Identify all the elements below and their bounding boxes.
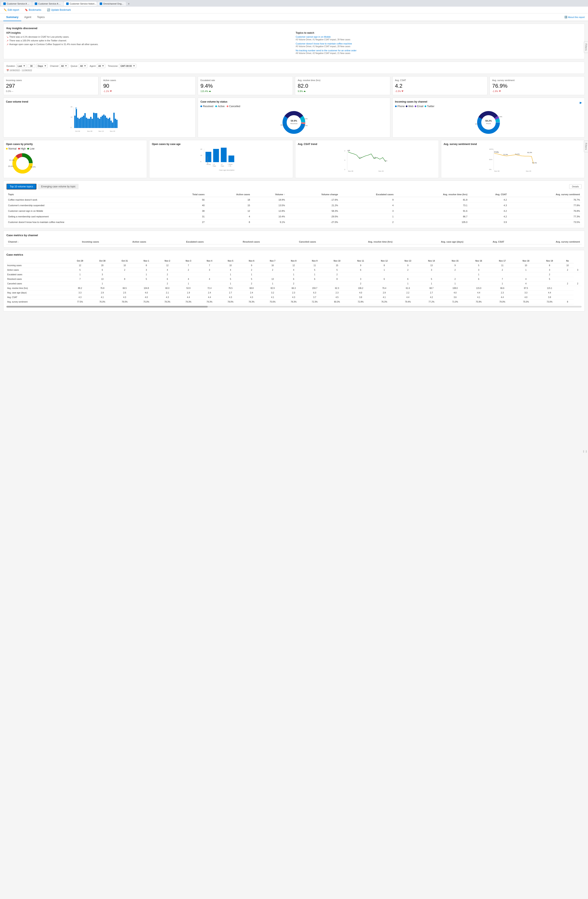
cm-cell-2-4: 2	[157, 272, 178, 277]
cm-cell-0-12: 15	[325, 263, 349, 268]
agent-select[interactable]: All	[97, 64, 105, 68]
topic-link-1[interactable]: Customer cannot sign in on Mobile	[296, 36, 582, 38]
edit-report-button[interactable]: ✏️ Edit report	[3, 8, 20, 12]
topic-link-3[interactable]: No tracking number send to the customer …	[296, 49, 582, 52]
cm-cell-0-15: 9	[396, 263, 420, 268]
details-button[interactable]: Details	[569, 184, 582, 189]
case-metrics-wrapper[interactable]: Oct 29 Oct 30 Oct 31 Nov 1 Nov 2 Nov 3 N…	[6, 259, 582, 304]
cm-cell-7-6: 4.4	[199, 295, 220, 300]
filters-side-btn-top[interactable]: Filters	[584, 42, 588, 53]
duration-unit-select[interactable]: Days	[36, 64, 48, 68]
cm-cell-0-14: 8	[372, 263, 396, 268]
topic-link-2[interactable]: Customer doesn't know how to maintain co…	[296, 42, 582, 45]
svg-rect-14	[90, 117, 91, 128]
cm-cell-0-19: 11	[491, 263, 514, 268]
tab-topics[interactable]: Topics	[34, 14, 48, 21]
cm-cell-1-11: 5	[304, 268, 325, 272]
svg-rect-71	[221, 148, 227, 162]
svg-text:- 1 M...: - 1 M...	[228, 165, 232, 167]
bookmarks-button[interactable]: 🔖 Bookmarks	[23, 8, 42, 12]
col-escalated: Escalated cases	[340, 192, 395, 197]
cm-col-oct30: Oct 30	[91, 259, 114, 263]
new-tab-button[interactable]: +	[127, 1, 131, 6]
browser-tab-1[interactable]: Customer Service A ...	[1, 2, 32, 6]
browser-tab-3[interactable]: Customer Service histori... ✕	[64, 2, 97, 6]
about-report-link[interactable]: ℹ️ About this report	[565, 16, 585, 19]
duration-select[interactable]: Last	[16, 64, 26, 68]
cm-label-6: Avg. case age (days)	[6, 290, 69, 295]
svg-text:100%: 100%	[489, 148, 493, 150]
ch-col-age: Avg. case age (days)	[394, 239, 465, 244]
cm-cell-4-12	[325, 281, 349, 286]
cm-cell-2-19	[491, 272, 514, 277]
cm-cell-1-4: 4	[157, 268, 178, 272]
svg-text:3.6: 3.6	[373, 156, 376, 158]
channel-select[interactable]: All	[60, 64, 68, 68]
kpi-escalated-rate: Escalated rate 9.4% 115.4%	[198, 76, 293, 95]
resolved-dot	[201, 105, 202, 107]
case-metrics-title: Case metrics	[6, 253, 582, 256]
arrow-up-icon-3: ↗	[6, 43, 8, 46]
cm-row-2: Escalated cases13121111212	[6, 272, 582, 277]
case-status-legend: Resolved Active Cancelled	[201, 105, 387, 108]
cm-cell-3-17: 2	[443, 277, 467, 281]
col-volume[interactable]: Volume ↑	[252, 192, 287, 197]
svg-text:Active cases: Active cases	[207, 156, 208, 165]
kpi-label-2: Escalated rate	[201, 79, 290, 82]
emerging-tab[interactable]: Emerging case volume by topic	[38, 184, 79, 189]
legend-cancelled: Cancelled	[227, 105, 240, 108]
duration-number-input[interactable]	[28, 64, 35, 68]
queue-select[interactable]: All	[79, 64, 87, 68]
topic-total-0: 56	[165, 197, 206, 203]
svg-text:81.0%: 81.0%	[527, 151, 532, 153]
cm-cell-8-18: 75.9%	[467, 300, 491, 304]
cm-cell-8-8: 78.3%	[241, 300, 262, 304]
topic-active-1: 15	[206, 203, 252, 208]
cm-cell-1-14: 1	[372, 268, 396, 272]
browser-tab-4[interactable]: Omnichannel Ong...	[97, 2, 126, 6]
filters-side-panel-top: Filters	[584, 42, 588, 53]
svg-rect-23	[103, 114, 105, 128]
cm-cell-1-16: 3	[420, 268, 443, 272]
svg-text:Nov 06: Nov 06	[494, 170, 500, 172]
cm-cell-4-1: 1	[91, 281, 114, 286]
insight-item-1: ↘ There was a 4.1% decrease in CSAT for …	[6, 36, 292, 39]
svg-rect-26	[108, 119, 109, 128]
cm-cell-3-14: 6	[372, 277, 396, 281]
update-bookmark-button[interactable]: 🔄 Update Bookmark	[46, 8, 72, 12]
browser-tab-2[interactable]: Customer Service A ...	[32, 2, 63, 6]
cm-cell-4-21	[538, 281, 561, 286]
avg-survey-trend-chart: Avg. survey sentiment trend 100% 50% 0% …	[441, 140, 585, 178]
cm-cell-6-10: 2.3	[283, 290, 304, 295]
tab-summary[interactable]: Summary	[3, 14, 21, 21]
topic-escalated-2: 3	[340, 208, 395, 214]
cm-cell-3-7: 5	[220, 277, 241, 281]
svg-text:1-3: 1-3	[213, 164, 215, 165]
cm-col-nov10: Nov 10	[325, 259, 349, 263]
channel-label: Channel	[50, 65, 59, 67]
main-content: Key insights discovered KPI insights ↘ T…	[0, 21, 588, 317]
cm-cell-1-1: 6	[91, 268, 114, 272]
metrics-scrollbar[interactable]	[6, 305, 582, 308]
svg-text:0: 0	[71, 127, 71, 128]
timezone-select[interactable]: GMT-08:00	[119, 64, 136, 68]
svg-text:40: 40	[201, 148, 202, 150]
cm-cell-1-12: 5	[325, 268, 349, 272]
top10-tab[interactable]: Top 10 volume topics	[6, 184, 36, 190]
kpi-resolve-time: Avg. resolve time (hrs) 82.0 9.9%	[295, 76, 390, 95]
channel-expand-icon[interactable]: ▶	[580, 101, 582, 104]
cm-cell-2-21: 2	[538, 272, 561, 277]
twitter-dot	[424, 105, 426, 107]
case-metrics-channel-title: Case metrics by channel	[6, 234, 582, 237]
tab-agent[interactable]: Agent	[21, 14, 34, 21]
svg-text:3.7: 3.7	[359, 156, 361, 158]
trend-down-icon-5	[499, 91, 501, 92]
cm-cell-8-11: 72.3%	[304, 300, 325, 304]
filters-side-btn-bottom[interactable]: Filters	[584, 141, 588, 152]
trend-down-icon-1	[110, 91, 112, 92]
cm-cell-6-17: 4.0	[443, 290, 467, 295]
open-priority-title: Open cases by priority	[6, 143, 144, 145]
cm-cell-0-4: 12	[157, 263, 178, 268]
survey-trend-svg: 100% 50% 0% 77.5% 72.3% 71.0% 81.0% 57.0…	[444, 147, 582, 172]
cm-cell-7-18: 4.1	[467, 295, 491, 300]
